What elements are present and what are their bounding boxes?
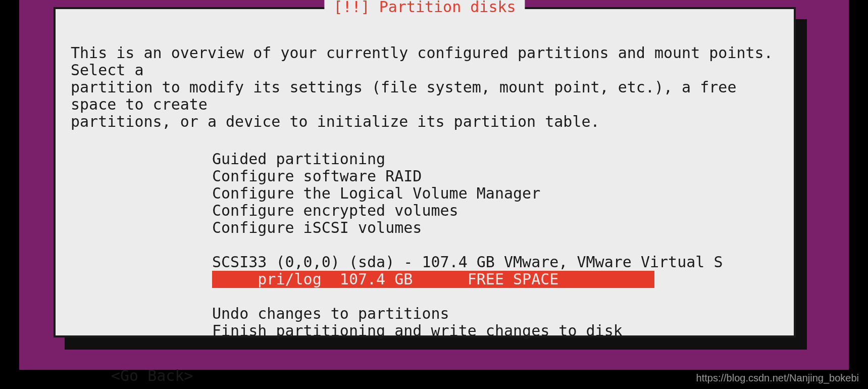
menu-configure-lvm[interactable]: Configure the Logical Volume Manager	[212, 185, 779, 202]
installer-frame: [!!] Partition disks This is an overview…	[19, 0, 849, 370]
menu-configure-raid[interactable]: Configure software RAID	[212, 168, 779, 185]
partition-menu: Guided partitioning Configure software R…	[212, 151, 779, 339]
go-back-button[interactable]: <Go Back>	[111, 367, 779, 384]
menu-free-space[interactable]: pri/log 107.4 GB FREE SPACE	[212, 271, 654, 288]
dialog-title: [!!] Partition disks	[324, 0, 525, 16]
menu-guided-partitioning[interactable]: Guided partitioning	[212, 151, 779, 168]
menu-spacer	[212, 236, 779, 254]
watermark-text: https://blog.csdn.net/Nanjing_bokebi	[696, 372, 859, 384]
menu-disk-sda[interactable]: SCSI33 (0,0,0) (sda) - 107.4 GB VMware, …	[212, 254, 779, 271]
partition-dialog: [!!] Partition disks This is an overview…	[54, 7, 796, 337]
screen-background: [!!] Partition disks This is an overview…	[0, 0, 868, 389]
dialog-body: This is an overview of your currently co…	[56, 9, 794, 389]
dialog-description: This is an overview of your currently co…	[71, 44, 779, 130]
menu-configure-encrypted[interactable]: Configure encrypted volumes	[212, 202, 779, 219]
menu-configure-iscsi[interactable]: Configure iSCSI volumes	[212, 219, 779, 236]
menu-undo-changes[interactable]: Undo changes to partitions	[212, 305, 779, 322]
menu-finish-partitioning[interactable]: Finish partitioning and write changes to…	[212, 322, 779, 339]
menu-spacer-2	[212, 288, 779, 305]
